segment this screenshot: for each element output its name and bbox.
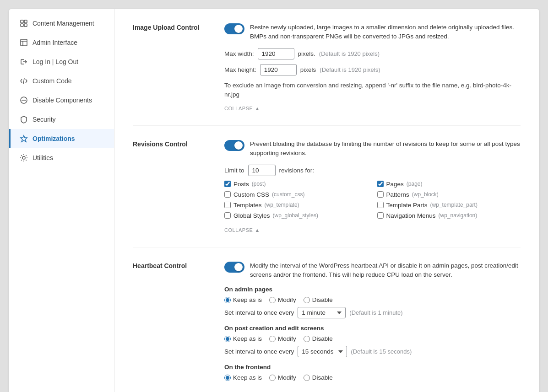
- heartbeat-admin-keep-radio[interactable]: [224, 297, 231, 303]
- checkbox-template-parts-hint: (wp_template_part): [430, 202, 477, 208]
- sidebar: Content Management Admin Interface: [9, 9, 114, 392]
- image-upload-section: Image Upload Control Resize newly upload…: [133, 23, 521, 126]
- sidebar-item-label: Security: [33, 116, 56, 123]
- login-icon: [20, 58, 28, 66]
- heartbeat-section: Heartbeat Control Modify the interval of…: [133, 261, 521, 392]
- heartbeat-frontend-modify-label: Modify: [278, 374, 296, 381]
- checkbox-navigation-menus-input[interactable]: [377, 212, 384, 219]
- heartbeat-admin-interval-select[interactable]: 1 minute 2 minutes 5 minutes 10 minutes …: [298, 307, 346, 318]
- sidebar-item-custom-code[interactable]: Custom Code: [9, 71, 114, 91]
- revisions-toggle-row: Prevent bloating the database by limitin…: [224, 140, 521, 158]
- utilities-icon: [20, 154, 28, 162]
- max-height-row: Max height: pixels (Default is 1920 pixe…: [224, 64, 521, 75]
- revisions-collapse-label: COLLAPSE: [224, 227, 253, 233]
- checkbox-template-parts-input[interactable]: [377, 202, 384, 208]
- checkbox-global-styles-input[interactable]: [224, 212, 231, 219]
- checkbox-custom-css-hint: (custom_css): [272, 191, 304, 198]
- heartbeat-frontend-keep-radio[interactable]: [224, 375, 231, 381]
- checkbox-navigation-menus-hint: (wp_navigation): [439, 212, 477, 219]
- heartbeat-admin-disable-label: Disable: [312, 296, 333, 303]
- sidebar-item-label: Log In | Log Out: [33, 58, 78, 65]
- checkbox-patterns-hint: (wp_block): [412, 191, 439, 198]
- heartbeat-frontend-disable: Disable: [304, 374, 333, 381]
- revisions-content: Prevent bloating the database by limitin…: [224, 140, 521, 233]
- checkbox-pages-input[interactable]: [377, 181, 384, 187]
- revisions-limit-row: Limit to revisions for:: [224, 165, 521, 176]
- sidebar-item-login-logout[interactable]: Log In | Log Out: [9, 52, 114, 71]
- heartbeat-toggle-row: Modify the interval of the WordPress hea…: [224, 261, 521, 280]
- heartbeat-admin-keep-label: Keep as is: [233, 296, 262, 303]
- revisions-collapse[interactable]: COLLAPSE ▲: [224, 227, 260, 233]
- heartbeat-description: Modify the interval of the WordPress hea…: [250, 261, 521, 280]
- heartbeat-post-section: On post creation and edit screens Keep a…: [224, 325, 521, 357]
- checkbox-global-styles-hint: (wp_global_styles): [273, 212, 318, 219]
- heartbeat-admin-disable-radio[interactable]: [304, 297, 310, 303]
- heartbeat-frontend-section: On the frontend Keep as is Modify: [224, 364, 521, 381]
- max-width-row: Max width: pixels. (Default is 1920 pixe…: [224, 48, 521, 59]
- checkbox-global-styles: Global Styles (wp_global_styles): [224, 212, 368, 219]
- heartbeat-post-disable-radio[interactable]: [304, 336, 310, 342]
- heartbeat-post-disable: Disable: [304, 335, 333, 342]
- max-width-hint: (Default is 1920 pixels): [319, 50, 380, 57]
- revisions-limit-input[interactable]: [248, 165, 276, 176]
- heartbeat-admin-interval-hint: (Default is 1 minute): [349, 309, 402, 316]
- heartbeat-frontend-disable-radio[interactable]: [304, 375, 310, 381]
- checkbox-navigation-menus-label: Navigation Menus: [386, 212, 436, 219]
- max-height-input[interactable]: [260, 64, 297, 75]
- heartbeat-post-keep-radio[interactable]: [224, 336, 231, 342]
- max-width-unit: pixels.: [298, 50, 315, 57]
- collapse-chevron-icon: ▲: [255, 106, 260, 111]
- sidebar-item-optimizations[interactable]: Optimizations: [9, 129, 114, 148]
- heartbeat-admin-modify-label: Modify: [278, 296, 296, 303]
- heartbeat-frontend-modify: Modify: [269, 374, 296, 381]
- heartbeat-frontend-keep-label: Keep as is: [233, 374, 262, 381]
- revisions-limit-suffix: revisions for:: [279, 167, 315, 174]
- svg-rect-4: [21, 39, 27, 46]
- heartbeat-frontend-keep: Keep as is: [224, 374, 262, 381]
- svg-rect-1: [24, 20, 27, 23]
- checkbox-pages-hint: (page): [407, 181, 423, 187]
- sidebar-item-admin-interface[interactable]: Admin Interface: [9, 33, 114, 52]
- heartbeat-post-interval-hint: (Default is 15 seconds): [351, 348, 412, 355]
- checkbox-patterns-input[interactable]: [377, 191, 384, 198]
- custom-code-icon: [20, 77, 28, 85]
- image-upload-note: To exclude an image from conversion and …: [224, 81, 521, 100]
- heartbeat-toggle[interactable]: [224, 262, 244, 273]
- sidebar-item-content-management[interactable]: Content Management: [9, 14, 114, 33]
- image-upload-collapse[interactable]: COLLAPSE ▲: [224, 106, 260, 111]
- sidebar-item-security[interactable]: Security: [9, 110, 114, 129]
- revisions-toggle[interactable]: [224, 140, 244, 151]
- max-height-unit: pixels: [300, 66, 316, 73]
- image-upload-toggle[interactable]: [224, 23, 244, 34]
- svg-rect-0: [21, 20, 23, 23]
- main-content: Image Upload Control Resize newly upload…: [114, 9, 539, 392]
- max-width-input[interactable]: [258, 48, 294, 59]
- heartbeat-post-interval-select[interactable]: 15 seconds 30 seconds 1 minute 2 minutes…: [298, 346, 347, 357]
- revisions-collapse-chevron-icon: ▲: [255, 227, 260, 233]
- svg-line-7: [23, 78, 24, 84]
- heartbeat-content: Modify the interval of the WordPress hea…: [224, 261, 521, 385]
- heartbeat-post-keep-label: Keep as is: [233, 335, 262, 342]
- sidebar-item-utilities[interactable]: Utilities: [9, 148, 114, 167]
- heartbeat-post-modify-radio[interactable]: [269, 336, 276, 342]
- heartbeat-admin-keep: Keep as is: [224, 296, 262, 303]
- checkbox-templates-input[interactable]: [224, 202, 231, 208]
- revisions-section: Revisions Control Prevent bloating the d…: [133, 140, 521, 247]
- heartbeat-admin-disable: Disable: [304, 296, 333, 303]
- checkbox-patterns: Patterns (wp_block): [377, 191, 521, 198]
- heartbeat-admin-modify-radio[interactable]: [269, 297, 276, 303]
- checkbox-templates-hint: (wp_template): [265, 202, 299, 208]
- checkbox-custom-css-input[interactable]: [224, 191, 231, 198]
- heartbeat-admin-interval-row: Set interval to once every 1 minute 2 mi…: [224, 307, 521, 318]
- heartbeat-post-modify-label: Modify: [278, 335, 296, 342]
- sidebar-item-disable-components[interactable]: Disable Components: [9, 91, 114, 110]
- heartbeat-frontend-modify-radio[interactable]: [269, 375, 276, 381]
- heartbeat-label: Heartbeat Control: [133, 261, 224, 385]
- revisions-description: Prevent bloating the database by limitin…: [250, 140, 521, 158]
- revisions-label: Revisions Control: [133, 140, 224, 233]
- checkbox-pages-label: Pages: [386, 181, 404, 188]
- checkbox-custom-css: Custom CSS (custom_css): [224, 191, 368, 198]
- checkbox-pages: Pages (page): [377, 181, 521, 188]
- content-management-icon: [20, 19, 28, 27]
- checkbox-posts-input[interactable]: [224, 181, 231, 187]
